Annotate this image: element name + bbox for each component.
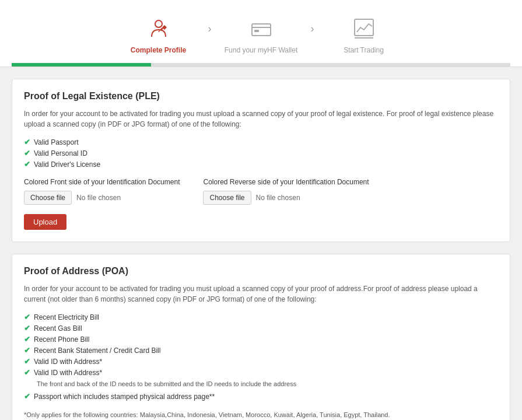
ple-upload-row: Colored Front side of your Identificatio… (24, 178, 498, 205)
list-item: ✔ Valid ID with Address* The front and b… (24, 368, 498, 390)
check-icon: ✔ (24, 368, 30, 377)
poa-sub-note: The front and back of the ID needs to be… (37, 380, 296, 387)
list-item: ✔ Valid Passport (24, 138, 498, 146)
svg-rect-2 (252, 24, 271, 36)
poa-footnote1: *Only applies for the following countrie… (24, 410, 498, 420)
check-icon: ✔ (24, 392, 30, 401)
ple-front-file-row: Choose file No file chosen (24, 191, 180, 205)
arrow-1: › (208, 23, 212, 47)
list-item: ✔ Valid Personal ID (24, 149, 498, 158)
list-item: ✔ Passport which includes stamped physic… (24, 392, 498, 401)
svg-point-0 (155, 20, 162, 27)
ple-title: Proof of Legal Existence (PLE) (24, 91, 498, 102)
check-icon: ✔ (24, 149, 30, 158)
poa-card: Proof of Address (POA) In order for your… (12, 254, 510, 420)
ple-checklist: ✔ Valid Passport ✔ Valid Personal ID ✔ V… (24, 138, 498, 169)
check-icon: ✔ (24, 138, 30, 146)
step-complete-profile-label: Complete Profile (131, 46, 186, 54)
poa-checklist: ✔ Recent Electricity Bill ✔ Recent Gas B… (24, 313, 498, 401)
svg-rect-4 (355, 19, 373, 36)
ple-front-col: Colored Front side of your Identificatio… (24, 178, 180, 205)
arrow-2: › (311, 23, 314, 47)
ple-back-label: Colored Reverse side of your Identificat… (203, 178, 369, 186)
ple-back-no-file: No file chosen (256, 194, 300, 202)
list-item: ✔ Valid Driver's License (24, 160, 498, 169)
poa-title: Proof of Address (POA) (24, 266, 498, 276)
step-fund-wallet-label: Fund your myHF Wallet (225, 46, 298, 54)
ple-upload-button[interactable]: Upload (24, 214, 66, 230)
ple-front-choose-file-button[interactable]: Choose file (24, 191, 72, 205)
ple-back-choose-file-button[interactable]: Choose file (203, 191, 251, 205)
start-trading-icon (350, 15, 378, 43)
list-item: ✔ Recent Phone Bill (24, 335, 498, 344)
check-icon: ✔ (24, 357, 30, 366)
ple-front-label: Colored Front side of your Identificatio… (24, 178, 180, 186)
list-item: ✔ Recent Electricity Bill (24, 313, 498, 321)
ple-description: In order for your account to be activate… (24, 108, 498, 130)
progress-bar-container (12, 63, 510, 66)
ple-back-col: Colored Reverse side of your Identificat… (203, 178, 369, 205)
ple-back-file-row: Choose file No file chosen (203, 191, 369, 205)
step-start-trading: Start Trading (317, 15, 411, 54)
check-icon: ✔ (24, 160, 30, 169)
list-item: ✔ Recent Bank Statement / Credit Card Bi… (24, 346, 498, 355)
complete-profile-icon (145, 15, 173, 43)
check-icon: ✔ (24, 313, 30, 321)
ple-card: Proof of Legal Existence (PLE) In order … (12, 79, 510, 242)
step-start-trading-label: Start Trading (344, 46, 384, 54)
poa-description: In order for your account to be activate… (24, 284, 498, 304)
list-item: ✔ Valid ID with Address* (24, 357, 498, 366)
fund-wallet-icon (247, 15, 275, 43)
top-bar: Complete Profile › Fund your myHF Wallet… (0, 0, 522, 67)
step-fund-wallet: Fund your myHF Wallet (215, 15, 308, 54)
check-icon: ✔ (24, 324, 30, 332)
check-icon: ✔ (24, 346, 30, 355)
ple-front-no-file: No file chosen (76, 194, 121, 202)
check-icon: ✔ (24, 335, 30, 344)
step-complete-profile: Complete Profile (112, 15, 205, 54)
list-item: ✔ Recent Gas Bill (24, 324, 498, 332)
svg-rect-3 (254, 30, 259, 32)
steps-container: Complete Profile › Fund your myHF Wallet… (12, 9, 510, 63)
progress-bar-fill (12, 63, 151, 66)
page-content: Proof of Legal Existence (PLE) In order … (0, 67, 522, 420)
